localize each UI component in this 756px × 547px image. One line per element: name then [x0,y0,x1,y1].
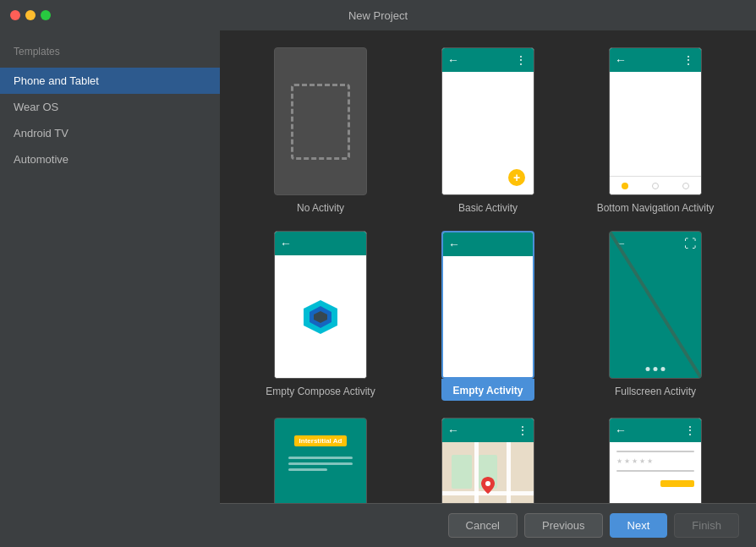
sidebar: Templates Phone and Tablet Wear OS Andro… [0,30,220,547]
empty-activity-body [443,256,533,377]
login-header: ← ⋮ [610,418,701,442]
map-header: ← ⋮ [442,418,534,442]
map-road-v2 [507,442,511,503]
nav-dot-1 [652,183,659,189]
template-card-interstitial[interactable]: Interstitial Ad Interstitial Ad [245,418,396,503]
bottom-nav-body [610,72,701,176]
template-card-empty-activity[interactable]: ← Empty Activity [413,231,563,401]
basic-arrow-icon: ← [447,53,459,67]
sidebar-item-android-tv[interactable]: Android TV [0,120,220,146]
ad-line-3 [288,468,326,471]
template-card-basic-activity[interactable]: ← ⋮ + Basic Activity [413,47,563,214]
bottom-bar: Cancel Previous Next Finish [220,503,756,547]
nav-dot-2 [682,183,689,189]
template-preview-empty-compose: ← [274,231,367,379]
login-submit-btn [660,480,694,487]
login-dots-icon: ⋮ [684,424,696,437]
svg-line-3 [610,232,701,378]
template-card-login[interactable]: ← ⋮ ★★★★★ Login Activity [580,418,731,503]
map-green-1 [452,455,472,490]
login-field-username [616,451,694,452]
fullscreen-diagonal [610,232,701,378]
fs-dot-1 [646,367,650,371]
bottom-nav-arrow-icon: ← [615,53,627,67]
sidebar-item-wear-os[interactable]: Wear OS [0,94,220,120]
template-card-empty-compose[interactable]: ← Empty Compose Activity [245,231,396,401]
template-preview-fullscreen: ← ⛶ [609,231,702,379]
template-label-fullscreen: Fullscreen Activity [615,386,696,397]
map-pin-icon [481,477,495,494]
template-label-basic-activity: Basic Activity [458,202,518,214]
previous-button[interactable]: Previous [524,513,603,538]
basic-phone-body: + [442,72,534,194]
map-road-v1 [474,442,479,503]
selected-label-bg: Empty Activity [441,379,534,401]
minimize-button[interactable] [25,10,36,20]
template-card-google-maps[interactable]: ← ⋮ [413,418,563,503]
bottom-nav-bar [610,176,701,194]
svg-point-4 [485,481,490,486]
template-label-no-activity: No Activity [297,202,344,214]
sidebar-header: Templates [0,39,220,68]
template-preview-empty-activity: ← [441,231,534,379]
next-button[interactable]: Next [610,513,668,538]
window-title: New Project [348,9,408,22]
bottom-nav-dots-icon: ⋮ [682,53,696,67]
fs-dot-2 [654,367,658,371]
interstitial-ad-badge: Interstitial Ad [294,435,348,446]
template-card-no-activity[interactable]: No Activity [245,47,396,214]
ad-lines [288,457,353,471]
maximize-button[interactable] [41,10,51,20]
sidebar-item-automotive[interactable]: Automotive [0,146,220,172]
template-preview-bottom-nav: ← ⋮ [609,47,702,195]
fullscreen-dots [646,367,666,371]
template-card-fullscreen[interactable]: ← ⛶ Fullscreen Activity [580,231,731,401]
fs-dot-3 [661,367,666,371]
compose-arrow-icon: ← [280,237,292,250]
empty-arrow-icon: ← [448,238,460,251]
map-arrow-icon: ← [447,424,459,437]
template-preview-no-activity [274,47,367,195]
compose-body [275,255,366,378]
cancel-button[interactable]: Cancel [448,513,518,538]
bottom-nav-header: ← ⋮ [610,48,701,72]
template-preview-interstitial: Interstitial Ad [274,418,367,503]
close-button[interactable] [10,10,20,20]
login-field-password [616,470,694,472]
template-grid: No Activity ← ⋮ + Basic Activity [220,30,756,503]
content-area: No Activity ← ⋮ + Basic Activity [220,30,756,547]
empty-activity-header: ← [443,232,533,256]
template-card-bottom-nav[interactable]: ← ⋮ Bottom Navigation Activity [580,47,731,214]
traffic-lights [10,10,51,20]
main-content: Templates Phone and Tablet Wear OS Andro… [0,30,756,547]
compose-header: ← [275,232,366,255]
ad-line-1 [288,457,353,459]
nav-dot-active [622,183,628,189]
login-arrow-icon: ← [615,424,627,437]
login-password-stars: ★★★★★ [616,457,694,465]
finish-button[interactable]: Finish [674,513,739,538]
template-preview-login: ← ⋮ ★★★★★ [609,418,702,503]
ad-line-2 [288,462,353,465]
template-label-bottom-nav: Bottom Navigation Activity [597,202,715,214]
basic-fab: + [508,169,525,186]
template-label-empty-compose: Empty Compose Activity [266,386,375,397]
map-dots-icon: ⋮ [517,424,529,437]
template-label-empty-activity: Empty Activity [453,385,523,397]
template-preview-google-maps: ← ⋮ [441,418,534,503]
login-body: ★★★★★ [610,442,701,503]
compose-logo-icon [299,296,342,338]
template-preview-basic-activity: ← ⋮ + [441,47,534,195]
sidebar-item-phone-tablet[interactable]: Phone and Tablet [0,68,220,94]
title-bar: New Project [0,0,756,30]
map-body [442,442,534,503]
no-activity-dashed-rect [291,84,350,160]
basic-phone-header: ← ⋮ [442,48,534,72]
basic-dots-icon: ⋮ [515,53,529,67]
